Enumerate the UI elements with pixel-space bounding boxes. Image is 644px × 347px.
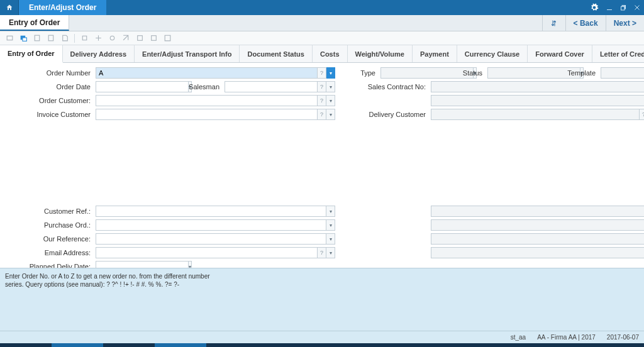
label-status: Status <box>437 69 487 77</box>
label-type: Type <box>336 69 380 77</box>
home-button[interactable] <box>0 0 19 15</box>
invoice-customer-dropdown[interactable]: ▾ <box>326 109 335 120</box>
label-order-date: Order Date <box>1 83 96 91</box>
minimize-button[interactable] <box>602 0 616 15</box>
sort-button[interactable] <box>542 15 565 31</box>
task-strip <box>0 343 644 347</box>
sales-contract-input[interactable] <box>431 81 644 92</box>
tool-icon-11[interactable] <box>148 33 159 44</box>
svg-point-6 <box>110 36 114 40</box>
tab-payment[interactable]: Payment <box>413 45 457 62</box>
label-order-customer: Order Customer: <box>1 97 96 104</box>
label-email: Email Address: <box>1 249 96 256</box>
blank-right-2[interactable] <box>431 206 644 217</box>
status-bar: st_aa AA - Firma AA | 2017 2017-06-07 <box>0 331 644 343</box>
tab-entry-of-order[interactable]: Entry of Order <box>0 45 63 63</box>
tool-icon-2[interactable] <box>18 33 29 44</box>
svg-rect-7 <box>137 36 142 41</box>
restore-button[interactable] <box>616 0 630 15</box>
order-number-dropdown[interactable]: ▾ <box>326 67 335 79</box>
planned-deliv-dropdown[interactable]: ▾ <box>189 261 192 268</box>
delivery-customer-lookup[interactable]: ? <box>640 109 644 120</box>
svg-rect-5 <box>48 35 53 41</box>
email-input[interactable] <box>96 247 318 258</box>
order-number-lookup[interactable]: ? <box>318 67 326 79</box>
our-ref-dropdown[interactable]: ▾ <box>326 233 335 245</box>
tool-icon-5[interactable] <box>59 33 70 44</box>
label-customer-ref: Customer Ref.: <box>1 207 96 215</box>
delivery-customer-input[interactable] <box>431 109 640 120</box>
tool-icon-4[interactable] <box>45 33 57 44</box>
label-invoice-customer: Invoice Customer <box>1 111 96 118</box>
app-title-tab: Enter/Adjust Order <box>19 0 106 15</box>
blank-right-4[interactable] <box>431 233 644 245</box>
back-button[interactable]: < Back <box>565 15 606 31</box>
salesman-lookup[interactable]: ? <box>318 81 326 92</box>
our-ref-input[interactable] <box>96 233 326 245</box>
tab-delivery-address[interactable]: Delivery Address <box>63 45 135 62</box>
invoice-customer-lookup[interactable]: ? <box>318 109 326 120</box>
label-purchase-ord: Purchase Ord.: <box>1 221 96 229</box>
page-tab[interactable]: Entry of Order <box>0 15 69 31</box>
status-user: st_aa <box>511 334 526 341</box>
toolbar <box>0 31 644 45</box>
tab-transport-info[interactable]: Enter/Adjust Transport Info <box>135 45 240 62</box>
label-template: Template <box>544 69 601 77</box>
tab-letter-of-credit[interactable]: Letter of Credit <box>592 45 644 62</box>
hint-text: Enter Order No. or A to Z to get a new o… <box>0 268 644 331</box>
close-button[interactable] <box>630 0 644 15</box>
tool-icon-6[interactable] <box>79 33 90 44</box>
order-customer-input[interactable] <box>96 95 318 106</box>
svg-rect-8 <box>151 36 156 41</box>
tool-icon-10[interactable] <box>134 33 145 44</box>
tool-icon-9[interactable] <box>120 33 131 44</box>
tool-icon-3[interactable] <box>31 33 43 44</box>
template-input[interactable] <box>601 67 644 79</box>
tab-weight-volume[interactable]: Weight/Volume <box>348 45 413 62</box>
tool-icon-1[interactable] <box>4 33 15 44</box>
tool-icon-8[interactable] <box>106 33 118 44</box>
detail-tabs: Entry of Order Delivery Address Enter/Ad… <box>0 45 644 63</box>
status-date: 2017-06-07 <box>607 334 639 341</box>
tab-forward-cover[interactable]: Forward Cover <box>528 45 592 62</box>
salesman-input[interactable] <box>225 81 318 92</box>
email-dropdown[interactable]: ▾ <box>326 247 335 258</box>
label-delivery-customer: Delivery Customer <box>336 111 431 118</box>
svg-rect-3 <box>22 38 26 41</box>
purchase-ord-input[interactable] <box>96 219 326 231</box>
purchase-ord-dropdown[interactable]: ▾ <box>326 219 335 231</box>
tab-costs[interactable]: Costs <box>313 45 348 62</box>
svg-rect-1 <box>7 36 13 40</box>
planned-deliv-input[interactable] <box>96 261 189 268</box>
svg-rect-0 <box>607 9 612 10</box>
customer-ref-input[interactable] <box>96 206 326 217</box>
customer-ref-dropdown[interactable]: ▾ <box>326 206 335 217</box>
salesman-dropdown[interactable]: ▾ <box>326 81 335 92</box>
label-our-ref: Our Reference: <box>1 235 96 243</box>
invoice-customer-input[interactable] <box>96 109 318 120</box>
settings-button[interactable] <box>586 0 602 15</box>
label-salesman: Salesman <box>171 83 225 91</box>
email-lookup[interactable]: ? <box>318 247 326 258</box>
tool-icon-7[interactable] <box>92 33 104 44</box>
order-number-input[interactable] <box>96 67 318 79</box>
blank-right-1[interactable] <box>431 95 644 106</box>
tab-currency-clause[interactable]: Currency Clause <box>457 45 528 62</box>
status-company: AA - Firma AA | 2017 <box>537 334 596 341</box>
tool-icon-12[interactable] <box>162 33 173 44</box>
blank-right-5[interactable] <box>431 247 644 258</box>
svg-rect-4 <box>35 35 40 41</box>
label-sales-contract: Sales Contract No: <box>336 83 431 91</box>
next-button[interactable]: Next > <box>606 15 644 31</box>
order-customer-dropdown[interactable]: ▾ <box>326 95 335 106</box>
blank-right-3[interactable] <box>431 219 644 231</box>
order-customer-lookup[interactable]: ? <box>318 95 326 106</box>
label-order-number: Order Number <box>1 69 96 77</box>
tab-document-status[interactable]: Document Status <box>240 45 312 62</box>
label-planned-deliv: Planned Deliv Date: <box>1 263 96 268</box>
